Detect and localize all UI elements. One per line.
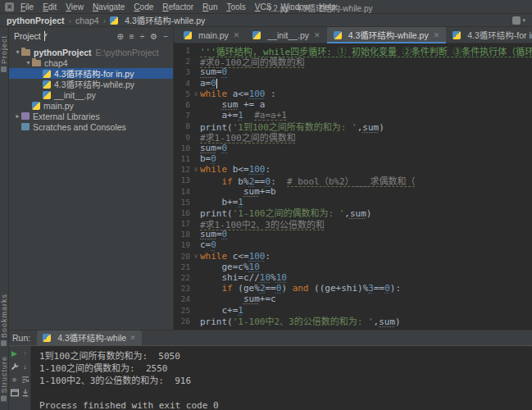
menu-item-view[interactable]: View: [66, 2, 84, 11]
close-icon[interactable]: ✕: [130, 334, 136, 342]
rerun-icon[interactable]: ▶: [10, 348, 19, 358]
line-number: 19: [174, 240, 192, 249]
tree-expand-icon[interactable]: ▸: [14, 112, 21, 120]
code-editor[interactable]: 1'''循环结构, while四步循环: ① 初始化变量 ②条件判断 ③条件执行…: [174, 43, 532, 330]
code-text: sum=0: [200, 229, 227, 239]
project-panel-title[interactable]: Project: [14, 31, 41, 41]
menu-item-refactor[interactable]: Refactor: [162, 2, 193, 11]
chevron-down-icon[interactable]: ▾: [44, 31, 45, 41]
soft-wrap-icon[interactable]: [20, 375, 30, 384]
code-text: sum+=b: [200, 186, 276, 197]
code-text: b=0: [200, 153, 216, 164]
code-line: 4a=0: [174, 78, 532, 89]
line-number: 17: [174, 219, 192, 228]
tree-expand-icon[interactable]: ▾: [14, 48, 21, 56]
collapse-all-icon[interactable]: ÷: [140, 32, 145, 41]
tree-item-label: pythonProject: [34, 48, 92, 57]
menu-item-edit[interactable]: Edit: [43, 2, 57, 11]
menu-item-file[interactable]: File: [20, 2, 34, 11]
code-line: 18sum=0: [174, 229, 532, 239]
code-line: 2#求0-100之间的偶数的和: [174, 56, 532, 66]
editor-area: main.py✕__init__.py✕4.3循环结构-while.py✕4.3…: [174, 27, 532, 330]
tree-item[interactable]: Scratches and Consoles: [9, 121, 173, 132]
fold-icon[interactable]: ∨: [192, 166, 200, 173]
code-line: 3sum=0: [174, 66, 532, 77]
code-text: sum += a: [200, 99, 266, 110]
locate-icon[interactable]: ⊕: [116, 32, 123, 41]
line-number: 9: [174, 133, 192, 142]
run-widget-icon[interactable]: [512, 16, 521, 25]
close-icon[interactable]: ✕: [314, 31, 321, 39]
code-text: a=0: [200, 78, 217, 89]
fold-icon[interactable]: ∨: [192, 90, 200, 98]
editor-tab[interactable]: __init__.py✕: [246, 27, 326, 43]
line-number: 21: [174, 262, 192, 271]
settings-icon[interactable]: ⚙: [150, 32, 157, 41]
bookmarks-icon: [2, 340, 7, 346]
project-toolbar: ⊕≡÷⚙−: [116, 32, 168, 41]
line-number: 16: [174, 208, 192, 217]
editor-tab[interactable]: 4.3循环结构-while.py✕: [327, 27, 447, 43]
pycharm-window: ✕ FileEditViewNavigateCodeRefactorRunToo…: [0, 0, 532, 410]
tool-window-button-project[interactable]: Project: [0, 35, 8, 72]
console-line: [39, 387, 532, 399]
python-file-icon: [252, 31, 261, 39]
menu-item-navigate[interactable]: Navigate: [93, 2, 125, 11]
editor-tab-label: main.py: [198, 30, 229, 40]
project-tree: ▾pythonProjectE:\pythonProject▾chap44.3循…: [9, 45, 173, 330]
tree-expand-icon[interactable]: ▾: [25, 59, 32, 66]
breadcrumb-item[interactable]: 4.3循环结构-while.py: [110, 14, 205, 26]
down-stack-icon[interactable]: ↓: [20, 362, 30, 371]
tree-item[interactable]: main.py: [9, 100, 173, 111]
tree-item[interactable]: __init__.py: [9, 89, 173, 100]
title-bar: ✕ FileEditViewNavigateCodeRefactorRunToo…: [0, 0, 532, 14]
line-number: 4: [174, 79, 192, 88]
tree-item-label: Scratches and Consoles: [33, 122, 126, 132]
code-text: sum=0: [200, 143, 227, 153]
line-number: 8: [174, 121, 192, 130]
code-text: if b%2==0: # bool（b%2）___求偶数和（: [200, 174, 415, 187]
fold-icon[interactable]: ∨: [192, 253, 200, 260]
python-file-icon: [43, 334, 51, 342]
menu-item-tools[interactable]: Tools: [226, 2, 245, 11]
structure-icon: [2, 396, 7, 402]
wrench-icon[interactable]: [10, 362, 19, 371]
line-number: 20: [174, 252, 192, 261]
tree-item[interactable]: ▸External Libraries: [9, 111, 173, 121]
line-number: 22: [174, 273, 192, 282]
tool-window-button-bookmarks[interactable]: Bookmarks: [0, 294, 8, 346]
tree-item[interactable]: ▾pythonProjectE:\pythonProject: [9, 47, 173, 57]
line-number: 7: [174, 111, 192, 120]
tool-window-button-structure[interactable]: Structure: [0, 356, 8, 402]
code-line: 21 ge=c%10: [174, 262, 532, 272]
python-file-icon: [110, 16, 118, 25]
editor-tab[interactable]: main.py✕: [177, 27, 246, 43]
chevron-down-icon[interactable]: ▾: [522, 17, 525, 24]
code-line: 17#求1-100中2、3的公倍数的和: [174, 218, 532, 229]
expand-all-icon[interactable]: ≡: [130, 32, 134, 41]
python-file-icon: [184, 31, 192, 39]
scroll-end-icon[interactable]: [20, 388, 30, 397]
breadcrumb-item[interactable]: pythonProject: [7, 16, 65, 25]
console-icon[interactable]: [10, 388, 19, 397]
breadcrumb-item[interactable]: chap4: [75, 16, 99, 25]
editor-tab-label: 4.3循环结构-while.py: [348, 29, 429, 41]
menu-item-run[interactable]: Run: [202, 2, 217, 11]
line-number: 13: [174, 175, 192, 184]
code-line: 23 if (ge%2==0) and ((ge+shi)%3==0):: [174, 283, 532, 294]
up-stack-icon[interactable]: ↑: [20, 348, 30, 358]
line-number: 6: [174, 100, 192, 109]
line-number: 10: [174, 144, 192, 153]
hide-icon[interactable]: −: [163, 32, 168, 41]
tree-item[interactable]: 4.3循环结构-while.py: [9, 79, 173, 89]
stop-icon[interactable]: ■: [10, 375, 19, 384]
run-tab-label: 4.3循环结构-while: [57, 331, 126, 344]
line-number: 24: [174, 294, 192, 303]
menu-item-code[interactable]: Code: [134, 2, 153, 11]
run-tab[interactable]: 4.3循环结构-while ✕: [37, 330, 142, 345]
editor-tab[interactable]: 4.3循环结构-for in.py✕: [446, 27, 532, 43]
close-icon[interactable]: ✕: [234, 31, 240, 39]
code-text: sum+=c: [200, 294, 276, 304]
close-icon[interactable]: ✕: [434, 31, 440, 39]
run-panel: Run: 4.3循环结构-while ✕ ▶■ ↑↓ 1到100之间所有数的和为…: [9, 330, 532, 410]
